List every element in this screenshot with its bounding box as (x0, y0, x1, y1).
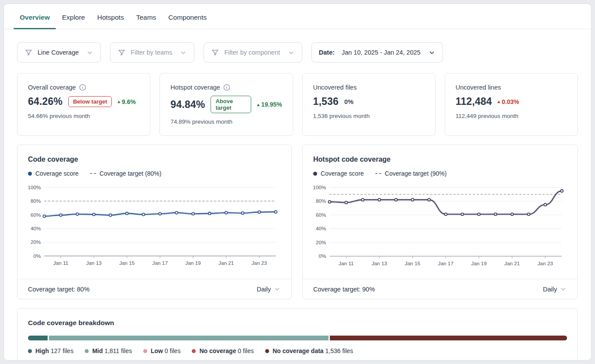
date-label: Date: (319, 49, 335, 56)
legend-label: Coverage target (80%) (100, 170, 162, 177)
chevron-down-icon (273, 285, 281, 293)
chevron-down-icon (86, 49, 93, 56)
uncovered-files-value: 1,536 (313, 96, 339, 107)
svg-text:40%: 40% (31, 225, 41, 231)
svg-text:Jan 15: Jan 15 (405, 260, 421, 267)
chart-legend: Coverage score Coverage target (80%) (28, 170, 281, 177)
svg-text:Jan 15: Jan 15 (119, 260, 135, 266)
dashed-line-icon (90, 173, 96, 174)
metric-filter-label: Line Coverage (38, 49, 79, 56)
previous-month-text: 54.66% previous month (28, 113, 139, 119)
tab-explore[interactable]: Explore (56, 9, 91, 29)
svg-text:Jan 13: Jan 13 (372, 260, 387, 267)
coverage-value: 64.26% (28, 96, 62, 107)
chevron-down-icon (560, 285, 567, 293)
chevron-down-icon (428, 49, 436, 56)
no-coverage-dot-icon (192, 349, 196, 353)
svg-text:Jan 21: Jan 21 (505, 260, 520, 267)
legend-mid: Mid 1,811 files (85, 347, 132, 354)
charts-row: Code coverage Coverage score Coverage ta… (17, 145, 578, 299)
teams-filter-dropdown[interactable]: Filter by teams (110, 42, 194, 62)
legend-coverage-target: Coverage target (80%) (90, 170, 162, 177)
card-title-row: Hotspot coverage (170, 84, 282, 91)
filter-bar: Line Coverage Filter by teams Filter by … (17, 42, 578, 62)
delta-value: 0.03% (502, 98, 519, 105)
files-delta: 0% (344, 98, 353, 105)
delta-value: 19.95% (261, 101, 282, 108)
svg-text:80%: 80% (316, 198, 326, 204)
legend-count: 0 files (165, 347, 181, 354)
arrow-up-icon: ▴ (498, 99, 500, 104)
uncovered-lines-value: 112,484 (456, 96, 492, 107)
legend-no-coverage-data: No coverage data 1,536 files (265, 347, 353, 354)
svg-text:Jan 11: Jan 11 (53, 260, 68, 266)
chart-footer: Coverage target: 90% Daily (303, 279, 578, 299)
svg-text:Jan 23: Jan 23 (537, 260, 553, 267)
legend-label: Coverage score (35, 170, 79, 177)
legend-count: 1,811 files (104, 347, 132, 354)
breakdown-title: Code coverage breakdown (28, 319, 567, 327)
arrow-up-icon: ▴ (118, 99, 120, 104)
uncovered-lines-card: Uncovered lines 112,484 ▴ 0.03% 112,449 … (445, 73, 578, 136)
previous-month-text: 1,536 previous month (313, 113, 425, 119)
metric-filter-dropdown[interactable]: Line Coverage (17, 42, 101, 62)
tab-components[interactable]: Components (162, 9, 213, 29)
above-target-badge: Above target (211, 96, 251, 113)
svg-text:Jan 17: Jan 17 (152, 260, 168, 266)
coverage-dashboard: Overview Explore Hotspots Teams Componen… (3, 3, 592, 361)
hotspot-coverage-plot: 0%20%40%60%80%100%Jan 11Jan 13Jan 15Jan … (313, 182, 567, 270)
info-icon[interactable] (79, 84, 86, 91)
svg-text:Jan 19: Jan 19 (185, 260, 201, 266)
legend-count: 1,536 files (325, 347, 353, 354)
coverage-breakdown-bar (28, 336, 567, 340)
legend-label: Coverage target (90%) (385, 170, 447, 177)
info-icon[interactable] (223, 84, 230, 91)
date-range-value: Jan 10, 2025 - Jan 24, 2025 (342, 49, 421, 56)
tab-teams[interactable]: Teams (130, 9, 163, 29)
legend-count: 0 files (238, 347, 254, 354)
overall-coverage-card: Overall coverage 64.26% Below target ▴ 9… (17, 73, 150, 136)
svg-text:Jan 11: Jan 11 (339, 260, 354, 267)
chevron-down-icon (287, 49, 295, 56)
low-dot-icon (143, 349, 147, 353)
breakdown-segment-no-coverage-data (330, 336, 567, 340)
legend-label: Mid (92, 347, 103, 354)
legend-high: High 127 files (28, 347, 73, 354)
legend-label: Coverage score (321, 170, 364, 177)
date-range-dropdown[interactable]: Date: Jan 10, 2025 - Jan 24, 2025 (311, 42, 443, 62)
coverage-delta: ▴ 19.95% (257, 101, 282, 108)
funnel-icon (211, 49, 219, 57)
breakdown-legend: High 127 files Mid 1,811 files Low 0 fil… (28, 347, 567, 354)
uncovered-files-card: Uncovered files 1,536 0% 1,536 previous … (302, 73, 436, 136)
tab-hotspots[interactable]: Hotspots (91, 9, 130, 29)
card-title: Uncovered lines (456, 84, 501, 91)
code-coverage-plot: 0%20%40%60%80%100%Jan 11Jan 13Jan 15Jan … (28, 182, 281, 270)
svg-text:0%: 0% (33, 253, 41, 259)
card-title: Hotspot coverage (170, 84, 220, 91)
coverage-value: 94.84% (170, 99, 205, 111)
lines-delta: ▴ 0.03% (498, 98, 519, 105)
previous-month-text: 74.89% previous month (170, 118, 282, 125)
granularity-dropdown[interactable]: Daily (257, 285, 281, 293)
top-tab-bar: Overview Explore Hotspots Teams Componen… (4, 4, 591, 29)
legend-low: Low 0 files (143, 347, 180, 354)
svg-text:Jan 13: Jan 13 (86, 260, 102, 266)
stat-card-row: Overall coverage 64.26% Below target ▴ 9… (17, 73, 578, 136)
svg-text:20%: 20% (31, 239, 41, 245)
component-filter-dropdown[interactable]: Filter by component (204, 42, 302, 62)
svg-text:40%: 40% (316, 225, 326, 232)
chevron-down-icon (180, 49, 187, 56)
breakdown-segment-high (28, 336, 48, 340)
series-dot-icon (313, 172, 317, 176)
legend-coverage-target: Coverage target (90%) (375, 170, 447, 177)
granularity-dropdown[interactable]: Daily (543, 285, 567, 293)
card-title: Overall coverage (28, 84, 76, 91)
funnel-icon (118, 49, 126, 57)
tab-overview[interactable]: Overview (14, 9, 56, 29)
legend-coverage-score: Coverage score (313, 170, 364, 177)
svg-text:0%: 0% (319, 253, 327, 259)
arrow-up-icon: ▴ (257, 102, 259, 107)
dashed-line-icon (375, 173, 381, 174)
svg-text:100%: 100% (313, 184, 326, 191)
legend-no-coverage: No coverage 0 files (192, 347, 254, 354)
